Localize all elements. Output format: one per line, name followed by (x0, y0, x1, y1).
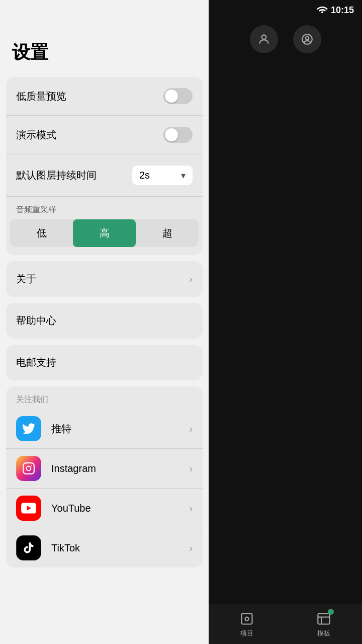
audio-resample-label: 音频重采样 (6, 197, 203, 219)
svg-point-7 (245, 617, 249, 620)
segment-ultra[interactable]: 超 (136, 219, 199, 247)
dropdown-value: 2s (139, 170, 177, 181)
svg-rect-3 (23, 463, 34, 474)
template-icon (316, 611, 332, 627)
settings-title: 设置 (0, 30, 209, 77)
nav-item-projects[interactable]: 项目 (239, 611, 255, 638)
social-youtube-row[interactable]: YouTube › (6, 489, 203, 528)
email-support-card: 电邮支持 (6, 345, 203, 380)
about-row[interactable]: 关于 › (6, 261, 203, 297)
nav-projects-label: 项目 (240, 629, 253, 638)
help-center-card: 帮助中心 (6, 303, 203, 339)
social-instagram-row[interactable]: Instagram › (6, 449, 203, 489)
youtube-name: YouTube (51, 503, 189, 514)
instagram-name: Instagram (51, 463, 189, 474)
social-twitter-row[interactable]: 推特 › (6, 409, 203, 449)
demo-mode-row: 演示模式 (6, 116, 203, 154)
email-support-label: 电邮支持 (16, 356, 56, 369)
settings-main-card: 低质量预览 演示模式 默认图层持续时间 2s ▾ 音频重采样 低 高 超 (6, 77, 203, 255)
svg-rect-8 (318, 613, 329, 624)
dark-panel (209, 0, 362, 644)
svg-point-5 (31, 465, 32, 466)
nav-templates-label: 模板 (317, 629, 330, 638)
audio-resample-section: 音频重采样 低 高 超 (6, 197, 203, 247)
twitter-name: 推特 (51, 422, 189, 436)
help-center-label: 帮助中心 (16, 314, 56, 328)
demo-mode-label: 演示模式 (16, 128, 56, 142)
segment-high[interactable]: 高 (73, 219, 136, 247)
bottom-nav: 项目 模板 (209, 604, 362, 644)
segment-low[interactable]: 低 (10, 219, 73, 247)
default-layer-duration-label: 默认图层持续时间 (16, 169, 97, 182)
badge-dot (328, 609, 334, 615)
low-quality-preview-label: 低质量预览 (16, 90, 66, 103)
about-label: 关于 (16, 272, 36, 286)
header-icon-1[interactable] (250, 25, 278, 53)
social-tiktok-row[interactable]: TikTok › (6, 528, 203, 568)
tiktok-name: TikTok (51, 542, 189, 554)
instagram-icon (16, 456, 41, 481)
default-layer-duration-row: 默认图层持续时间 2s ▾ (6, 154, 203, 197)
project-icon (239, 611, 255, 627)
twitter-chevron-icon: › (189, 423, 193, 435)
default-layer-duration-dropdown[interactable]: 2s ▾ (132, 166, 193, 185)
about-card: 关于 › (6, 261, 203, 297)
follow-us-section: 关注我们 推特 › Instagram › (6, 386, 203, 568)
svg-rect-6 (242, 613, 252, 624)
header-icon-2[interactable] (293, 25, 321, 53)
nav-item-templates[interactable]: 模板 (316, 611, 332, 638)
settings-panel: 设置 低质量预览 演示模式 默认图层持续时间 2s ▾ 音频重采样 低 高 (0, 0, 209, 644)
instagram-chevron-icon: › (189, 463, 193, 474)
follow-us-header: 关注我们 (6, 386, 203, 409)
svg-point-4 (27, 466, 31, 471)
svg-point-2 (305, 37, 309, 40)
wifi-icon (317, 5, 328, 16)
audio-resample-segment: 低 高 超 (10, 219, 199, 247)
chevron-down-icon: ▾ (181, 170, 186, 181)
tiktok-icon (16, 535, 41, 560)
svg-point-0 (261, 35, 266, 39)
tiktok-chevron-icon: › (189, 542, 193, 554)
email-support-row[interactable]: 电邮支持 (6, 345, 203, 380)
low-quality-preview-row: 低质量预览 (6, 77, 203, 116)
status-time: 10:15 (331, 5, 354, 16)
twitter-icon (16, 416, 41, 441)
youtube-chevron-icon: › (189, 503, 193, 514)
header-icons (209, 25, 362, 53)
demo-mode-toggle[interactable] (163, 127, 193, 143)
youtube-icon (16, 496, 41, 521)
about-chevron-icon: › (189, 273, 193, 285)
low-quality-preview-toggle[interactable] (163, 88, 193, 104)
help-center-row[interactable]: 帮助中心 (6, 303, 203, 339)
status-bar: 10:15 (211, 0, 362, 20)
